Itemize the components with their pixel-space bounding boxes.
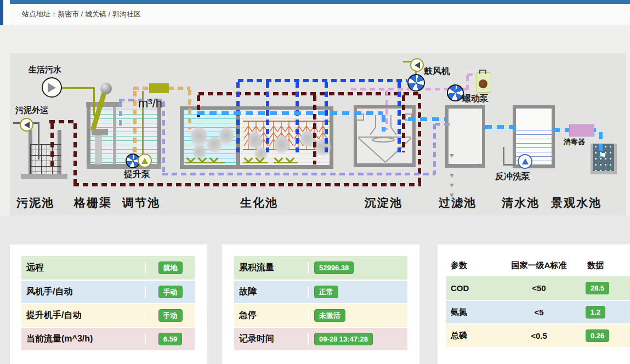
flow-meter-box bbox=[149, 83, 169, 93]
water-quality-card: 参数 国家一级A标准 数据 COD <50 28.5 氨氮 <5 1.2 总磷 … bbox=[438, 244, 630, 364]
value-badge: 6.59 bbox=[158, 333, 182, 345]
table-row: 风机手/自动 手动 bbox=[21, 280, 195, 303]
pump-triangle bbox=[48, 83, 56, 93]
aeration-pipe bbox=[236, 82, 240, 152]
aeration-pipe bbox=[325, 82, 328, 152]
recirculation-pipe bbox=[162, 173, 435, 175]
screen-drive-ball bbox=[100, 83, 112, 94]
row-label: 急停 bbox=[234, 310, 309, 321]
tank-label-sludge: 污泥池 bbox=[16, 195, 54, 211]
aeration-pipe bbox=[398, 82, 401, 152]
value-badge: 52996.38 bbox=[314, 261, 354, 274]
water-flow-pipe bbox=[599, 132, 603, 157]
sludge-return-pipe bbox=[73, 183, 421, 186]
sludge-return-pipe bbox=[418, 94, 421, 183]
sludge-valve-icon bbox=[20, 118, 33, 132]
feed-pipe bbox=[168, 87, 190, 90]
disinfector-box bbox=[569, 124, 594, 136]
diffusers bbox=[275, 155, 298, 162]
feed-pipe bbox=[188, 90, 191, 129]
label-backwash-pump: 反冲洗泵 bbox=[495, 171, 530, 183]
aeration-pipe bbox=[296, 82, 299, 152]
recirculation-pipe bbox=[435, 123, 450, 126]
param-name: 氨氮 bbox=[446, 307, 501, 317]
table-row: 远程 就地 bbox=[21, 256, 195, 280]
dosing-pipe bbox=[466, 76, 469, 90]
label-sludge-out: 污泥外运 bbox=[15, 105, 48, 116]
nozzles bbox=[450, 152, 457, 202]
aeration-pipe bbox=[266, 82, 269, 152]
value-badge: 28.5 bbox=[586, 282, 609, 294]
tank-base bbox=[591, 171, 617, 174]
valve-triangle bbox=[24, 122, 30, 128]
diffuser-rail bbox=[274, 162, 298, 163]
tank-wall bbox=[445, 105, 485, 109]
recirculation-pipe bbox=[162, 101, 165, 174]
sewage-pump-icon bbox=[42, 77, 62, 98]
tank-wall bbox=[180, 165, 240, 169]
table-row: 氨氮 <5 1.2 bbox=[446, 300, 630, 323]
tank-wall bbox=[354, 163, 416, 167]
table-row: 累积流量 52996.38 bbox=[234, 256, 407, 280]
peristaltic-pump-fan-icon bbox=[447, 84, 464, 101]
table-row: 提升机手/自动 手动 bbox=[21, 303, 195, 327]
water-flow-pipe bbox=[408, 117, 446, 121]
status-badge: 正常 bbox=[314, 286, 338, 298]
sludge-return-pipe bbox=[73, 123, 77, 185]
standard-value: <0.5 bbox=[501, 331, 577, 340]
label-lift-pump: 提升泵 bbox=[124, 169, 150, 180]
feed-pipe bbox=[133, 87, 151, 90]
param-name: COD bbox=[446, 283, 501, 293]
pump-triangle bbox=[141, 158, 148, 164]
screen-column bbox=[95, 135, 102, 164]
tank-wall bbox=[412, 105, 416, 167]
label-blower: 鼓风机 bbox=[424, 66, 450, 77]
table-row: COD <50 28.5 bbox=[446, 276, 630, 300]
drain-line bbox=[503, 147, 504, 166]
diffuser-rail bbox=[243, 162, 268, 163]
value-badge: 0.26 bbox=[586, 329, 609, 342]
sludge-return-pipe bbox=[402, 95, 405, 152]
tank-wall bbox=[552, 105, 555, 168]
table-row: 故障 正常 bbox=[234, 280, 407, 303]
label-sewage: 生活污水 bbox=[29, 65, 61, 75]
diffusers bbox=[245, 155, 268, 162]
tank-cap bbox=[86, 102, 122, 107]
tank-label-bio: 生化池 bbox=[240, 195, 278, 211]
status-card: 累积流量 52996.38 故障 正常 急停 未激活 记录时间 09-28 13… bbox=[222, 244, 419, 364]
drain-line bbox=[38, 122, 39, 160]
status-badge: 就地 bbox=[158, 261, 183, 274]
filter-media bbox=[449, 125, 482, 150]
row-label: 故障 bbox=[234, 286, 309, 298]
label-peristaltic-pump: 螺动泵 bbox=[462, 93, 489, 105]
lift-pump-icon bbox=[138, 153, 152, 168]
table-row: 当前流量(m^3/h) 6.59 bbox=[21, 327, 195, 350]
screen-support bbox=[92, 129, 108, 135]
table-row: 记录时间 09-28 13:47:28 bbox=[234, 327, 407, 350]
diffuser-rail bbox=[185, 162, 225, 163]
aeration-pipe bbox=[238, 79, 407, 82]
mixing-cloud bbox=[274, 136, 290, 155]
value-badge: 1.2 bbox=[586, 306, 605, 318]
column-header: 参数 bbox=[446, 260, 501, 271]
tank-label-filter: 过滤池 bbox=[439, 195, 476, 211]
tank-wall bbox=[614, 144, 617, 173]
tank-wall bbox=[157, 103, 161, 167]
pump-line bbox=[93, 87, 95, 116]
site-address: 站点地址：新密市 / 城关镇 / 郭沟社区 bbox=[22, 9, 141, 19]
top-accent-bar bbox=[10, 0, 630, 4]
tank-wall bbox=[330, 106, 333, 169]
row-label: 当前流量(m^3/h) bbox=[21, 333, 146, 345]
flow-unit-label: m³/h bbox=[138, 96, 162, 111]
control-card: 远程 就地 风机手/自动 手动 提升机手/自动 手动 当前流量(m^3/h) 6… bbox=[10, 244, 207, 364]
status-badge: 未激活 bbox=[314, 309, 345, 322]
tank-wall bbox=[513, 105, 516, 168]
tank-wall bbox=[445, 164, 485, 168]
column-header: 国家一级A标准 bbox=[501, 260, 577, 271]
water-flow-pipe bbox=[485, 125, 517, 129]
standard-value: <5 bbox=[501, 308, 577, 317]
tank-wall bbox=[180, 106, 184, 169]
drain-line bbox=[503, 164, 515, 166]
blower-fan-icon bbox=[407, 74, 425, 92]
mixing-cloud bbox=[219, 127, 234, 146]
